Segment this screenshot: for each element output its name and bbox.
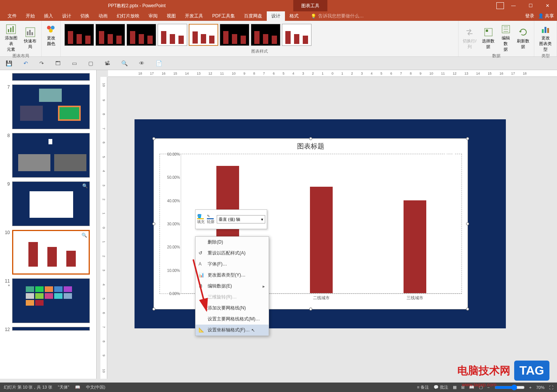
chart-style-1[interactable]: [64, 24, 94, 46]
zoom-slider[interactable]: [494, 384, 525, 390]
resize-handle[interactable]: [466, 222, 469, 225]
qat-btn-10[interactable]: 📄: [156, 60, 162, 66]
tab-chart-design[interactable]: 设计: [267, 11, 285, 21]
refresh-data-button[interactable]: 刷新数据: [515, 22, 532, 53]
tab-slideshow[interactable]: 幻灯片放映: [112, 11, 144, 21]
chart-style-8[interactable]: [282, 24, 311, 46]
menu-add-minor-gridlines[interactable]: 添加次要网格线(N): [196, 303, 269, 314]
tab-file[interactable]: 文件: [3, 11, 21, 21]
chart-style-3[interactable]: [127, 24, 156, 46]
tab-design[interactable]: 设计: [58, 11, 76, 21]
save-button[interactable]: 💾: [6, 60, 12, 66]
resize-handle[interactable]: [309, 308, 312, 311]
resize-handle[interactable]: [309, 137, 312, 140]
qat-btn-4[interactable]: 🗔: [55, 60, 61, 66]
edit-data-button[interactable]: 编辑数 据: [498, 22, 513, 53]
slide-counter[interactable]: 幻灯片 第 10 张，共 13 张: [4, 384, 52, 390]
tab-baidu-netdisk[interactable]: 百度网盘: [239, 11, 267, 21]
tab-chart-format[interactable]: 格式: [285, 11, 303, 21]
tab-transitions[interactable]: 切换: [76, 11, 94, 21]
tab-developer[interactable]: 开发工具: [180, 11, 208, 21]
resize-handle[interactable]: [466, 137, 469, 140]
chart-title[interactable]: 图表标题: [154, 139, 468, 154]
change-chart-type-button[interactable]: 更改 图表类型: [537, 22, 554, 53]
slide-thumb-12-partial[interactable]: [12, 327, 90, 331]
slide-thumb-10[interactable]: 🔍: [12, 230, 90, 275]
tab-review[interactable]: 审阅: [144, 11, 162, 21]
select-data-button[interactable]: 选择数据: [480, 22, 497, 53]
menu-font[interactable]: A字体(F)…: [196, 259, 269, 270]
comments-button[interactable]: 💬 批注: [433, 384, 448, 390]
ribbon-group-styles-label: 图表样式: [63, 48, 456, 55]
slide-editor[interactable]: 1817161514131211109876543210123456789101…: [97, 70, 557, 379]
tab-animations[interactable]: 动画: [94, 11, 112, 21]
switch-row-col-button[interactable]: 切换行/列: [461, 22, 479, 53]
minimize-button[interactable]: —: [508, 3, 519, 8]
svg-rect-1: [8, 29, 9, 32]
axis-select[interactable]: 垂直 (值) 轴 ▾: [217, 215, 265, 223]
qat-btn-8[interactable]: 🔍: [121, 60, 128, 66]
slide-thumb-8[interactable]: [12, 133, 90, 178]
bar-二线城市[interactable]: [310, 187, 333, 293]
resize-handle[interactable]: [152, 137, 155, 140]
add-chart-element-button[interactable]: 添加图表 元素: [2, 22, 20, 53]
outline-button[interactable]: ✎ 轮廓: [207, 214, 214, 225]
share-button[interactable]: 👤 共享: [538, 13, 554, 19]
fill-button[interactable]: 🪣 填充: [197, 214, 205, 225]
slide-thumb-11[interactable]: [12, 278, 90, 323]
menu-format-axis[interactable]: 📐设置坐标轴格式(F)…↖: [196, 325, 269, 336]
ribbon-display-options-button[interactable]: [496, 2, 504, 9]
qat-btn-7[interactable]: 📽: [105, 60, 110, 66]
maximize-button[interactable]: ☐: [525, 3, 536, 8]
quick-layout-button[interactable]: 快速布局: [22, 22, 39, 53]
normal-view-button[interactable]: ▦: [453, 385, 457, 390]
spellcheck-icon[interactable]: 📖: [75, 385, 80, 390]
chart-style-2[interactable]: [95, 24, 125, 46]
chart-style-4[interactable]: [158, 24, 187, 46]
start-from-beginning-button[interactable]: ▢: [88, 60, 93, 66]
fill-icon: 🪣: [197, 214, 205, 219]
chart-style-7[interactable]: [251, 24, 280, 46]
resize-handle[interactable]: [466, 308, 469, 311]
menu-change-chart-type[interactable]: 📊更改图表类型(Y)…: [196, 270, 269, 281]
menu-reset-style[interactable]: ↺重设以匹配样式(A): [196, 248, 269, 259]
slide-number: 11*: [3, 278, 10, 323]
svg-rect-2: [10, 28, 11, 32]
slide-thumb-7[interactable]: [12, 84, 90, 129]
zoom-in-button[interactable]: +: [529, 385, 532, 390]
slide-thumbnail-panel[interactable]: 7 8 9 🔍 10 🔍: [0, 70, 97, 379]
tab-view[interactable]: 视图: [162, 11, 180, 21]
qat-btn-9[interactable]: 👁: [139, 60, 144, 66]
login-button[interactable]: 登录: [525, 13, 534, 19]
fit-to-window-button[interactable]: ⛶: [549, 385, 553, 390]
tab-pdf-tools[interactable]: PDF工具集: [208, 11, 239, 21]
slide-thumb-6-partial[interactable]: [12, 73, 90, 81]
language-indicator[interactable]: 中文(中国): [86, 384, 105, 390]
bar-三线城市[interactable]: [404, 200, 426, 293]
slide-canvas[interactable]: 图表标题 60.00%50.00%40.00%30.00%20.00%10.00…: [135, 119, 506, 328]
tell-me-search[interactable]: 💡 告诉我您想要做什么…: [311, 13, 364, 19]
resize-handle[interactable]: [152, 308, 155, 311]
y-tick: 60.00%: [167, 152, 180, 156]
zoom-level[interactable]: 70%: [536, 385, 544, 390]
menu-edit-data[interactable]: 🗎编辑数据(E)▸: [196, 281, 269, 292]
close-button[interactable]: ✕: [542, 3, 553, 8]
chart-style-6[interactable]: [220, 24, 249, 46]
y-axis[interactable]: 60.00%50.00%40.00%30.00%20.00%10.00%0.00…: [160, 154, 181, 294]
chart-styles-gallery[interactable]: [63, 22, 456, 47]
tab-home[interactable]: 开始: [21, 11, 39, 21]
change-colors-button[interactable]: 更改 颜色: [44, 22, 58, 47]
menu-delete[interactable]: 删除(D): [196, 237, 269, 248]
resize-handle[interactable]: [152, 222, 155, 225]
slide-thumb-9[interactable]: 🔍: [12, 181, 90, 226]
redo-button[interactable]: ↷: [39, 60, 44, 66]
undo-button[interactable]: ↶: [23, 60, 28, 66]
notes-button[interactable]: ≡ 备注: [417, 384, 429, 390]
tab-insert[interactable]: 插入: [39, 11, 58, 21]
menu-format-major-gridlines[interactable]: 设置主要网格线格式(M)…: [196, 314, 269, 325]
outline-icon: ✎: [207, 214, 214, 219]
qat-btn-5[interactable]: ▭: [72, 60, 77, 66]
chart-style-5[interactable]: [189, 24, 218, 46]
tell-me-placeholder: 告诉我您想要做什么…: [318, 13, 364, 19]
mini-toolbar: 🪣 填充 ✎ 轮廓 垂直 (值) 轴 ▾: [195, 209, 267, 229]
